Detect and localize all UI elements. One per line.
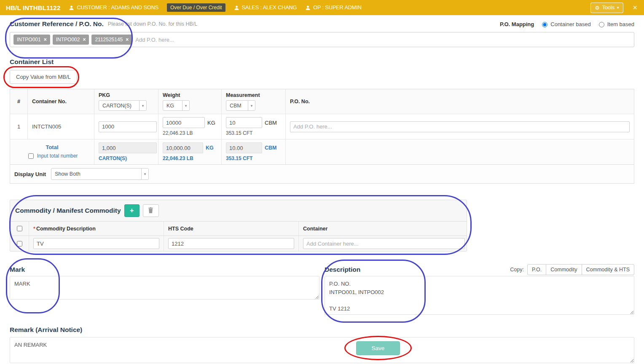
required-mark: * [33, 226, 35, 232]
total-measurement-cell: CBM 353.15 CFT [222, 139, 286, 164]
remark-textarea[interactable]: AN REMARK [10, 337, 634, 363]
pkg-qty-input[interactable] [99, 121, 157, 132]
customer-reference-title: Customer Reference / P.O. No. [10, 20, 104, 28]
save-button[interactable]: Save [356, 341, 400, 355]
add-commodity-button[interactable]: + [124, 204, 140, 217]
total-pkg-cell: CARTON(S) [94, 139, 158, 164]
radio-item-based-input[interactable] [599, 22, 604, 27]
gear-icon: ⚙ [595, 5, 600, 11]
tools-button[interactable]: ⚙ Tools ▾ [590, 3, 624, 13]
display-unit-select[interactable]: Show Both ▾ [51, 168, 149, 180]
close-icon[interactable]: × [632, 4, 638, 11]
col-pkg-label: PKG [99, 92, 154, 98]
page-title: HB/L INTHBL1122 [6, 4, 60, 11]
weight-unit-label: KG [207, 120, 215, 126]
container-list-section: Container List Copy Value from MB/L # Co… [10, 58, 634, 184]
row-index: 1 [10, 114, 28, 139]
total-measurement-alt: 353.15 CFT [226, 155, 281, 161]
commodity-description-input[interactable] [33, 238, 159, 249]
row-add-po-input[interactable] [290, 121, 630, 132]
description-textarea[interactable]: P.O. NO. INTPO001, INTPO002 TV 1212 [325, 276, 634, 315]
weight-input[interactable] [163, 117, 205, 128]
mark-textarea[interactable]: MARK [10, 276, 319, 300]
header-op: OP : SUPER ADMIN [305, 5, 361, 11]
radio-item-based-label: Item based [607, 21, 634, 27]
col-hts-code: HTS Code [164, 222, 299, 236]
header-sales: SALES : ALEX CHANG [234, 5, 297, 11]
po-mapping-label: P.O. Mapping [500, 21, 534, 27]
container-table-total-row: Total Input total number CARTON(S) KG 2 [10, 139, 634, 164]
total-po-cell [286, 139, 634, 164]
copy-value-from-mbl-button[interactable]: Copy Value from MB/L [10, 70, 77, 84]
add-container-input[interactable] [303, 238, 465, 249]
container-table: # Container No. PKG CARTON(S) ▾ Weight [10, 89, 634, 184]
description-copy-group: Copy: P.O. Commodity Commodity & HTS [510, 264, 634, 275]
col-index: # [10, 89, 28, 114]
copy-po-button[interactable]: P.O. [527, 264, 546, 275]
measurement-unit-select[interactable]: CBM ▾ [226, 100, 255, 111]
chevron-down-icon: ▾ [248, 101, 255, 110]
radio-item-based[interactable]: Item based [597, 21, 634, 27]
hts-code-input[interactable] [168, 238, 294, 249]
commodity-title: Commodity / Manifest Commodity [15, 207, 121, 214]
remove-tag-icon[interactable]: × [83, 37, 86, 43]
container-table-header-row: # Container No. PKG CARTON(S) ▾ Weight [10, 89, 634, 114]
header-sales-label: SALES : ALEX CHANG [242, 5, 297, 11]
commodity-row-checkbox[interactable] [17, 241, 22, 246]
input-total-number-checkbox[interactable]: Input total number [27, 152, 78, 160]
copy-commodity-button[interactable]: Commodity [546, 264, 582, 275]
po-tag: INTPO001 × [13, 35, 50, 45]
total-measurement-input[interactable] [226, 142, 262, 153]
radio-container-based-input[interactable] [542, 22, 547, 27]
copy-label: Copy: [510, 267, 524, 273]
total-pkg-unit: CARTON(S) [99, 155, 154, 161]
remove-tag-icon[interactable]: × [44, 37, 47, 43]
row-measurement-cell: CBM 353.15 CFT [222, 114, 286, 139]
radio-container-based[interactable]: Container based [540, 21, 590, 27]
col-container: Container [299, 222, 467, 236]
col-weight-label: Weight [163, 92, 217, 98]
copy-commodity-hts-button[interactable]: Commodity & HTS [582, 264, 635, 275]
po-tags-input-box[interactable]: INTPO001 × INTPO002 × 2112525145 × [10, 32, 634, 47]
add-po-input[interactable] [134, 36, 631, 43]
chevron-down-icon: ▾ [182, 101, 189, 110]
col-po-no: P.O. No. [286, 89, 634, 114]
po-tag-label: INTPO001 [17, 37, 41, 43]
measurement-alt-value: 353.15 CFT [226, 130, 281, 136]
row-weight-cell: KG 22,046.23 LB [158, 114, 222, 139]
weight-unit-select[interactable]: KG ▾ [163, 100, 190, 111]
commodity-section: Commodity / Manifest Commodity + * Commo… [10, 200, 467, 252]
input-total-number-checkbox-input[interactable] [28, 153, 34, 159]
total-weight-alt: 22,046.23 LB [163, 155, 217, 161]
container-list-title: Container List [10, 58, 634, 66]
commodity-description-cell [29, 236, 164, 251]
total-weight-unit: KG [206, 145, 214, 151]
col-container-no: Container No. [28, 89, 94, 114]
remark-section: Remark (Arrival Notice) AN REMARK Save [10, 326, 634, 364]
remove-tag-icon[interactable]: × [126, 37, 129, 43]
sales-person-icon [234, 5, 239, 11]
commodity-table-header-row: * Commodity Description HTS Code Contain… [10, 221, 467, 236]
total-label-cell: Total Input total number [10, 139, 94, 164]
po-tag-label: INTPO002 [56, 37, 80, 43]
delete-commodity-button[interactable] [143, 204, 159, 217]
header-customer: CUSTOMER : ADAMS AND SONS [69, 5, 158, 11]
total-pkg-input[interactable] [99, 142, 157, 153]
po-mapping-group: P.O. Mapping Container based Item based [500, 21, 634, 27]
header-customer-label: CUSTOMER : ADAMS AND SONS [77, 5, 158, 11]
chevron-down-icon: ▾ [617, 5, 619, 10]
commodity-select-all-checkbox[interactable] [17, 226, 22, 231]
customer-reference-hint: Please list down P.O. No. for this HB/L [108, 21, 197, 27]
pkg-unit-select[interactable]: CARTON(S) ▾ [99, 100, 147, 111]
tools-button-label: Tools [602, 5, 614, 11]
total-label: Total [46, 144, 58, 150]
plus-icon: + [130, 207, 134, 214]
total-weight-input[interactable] [163, 142, 203, 153]
description-title: Description [325, 266, 360, 273]
remark-title: Remark (Arrival Notice) [10, 326, 634, 334]
total-weight-cell: KG 22,046.23 LB [158, 139, 222, 164]
col-commodity-description: * Commodity Description [29, 222, 164, 236]
commodity-row-select-cell [10, 236, 29, 251]
measurement-input[interactable] [226, 117, 262, 128]
display-unit-label: Display Unit [14, 171, 46, 177]
